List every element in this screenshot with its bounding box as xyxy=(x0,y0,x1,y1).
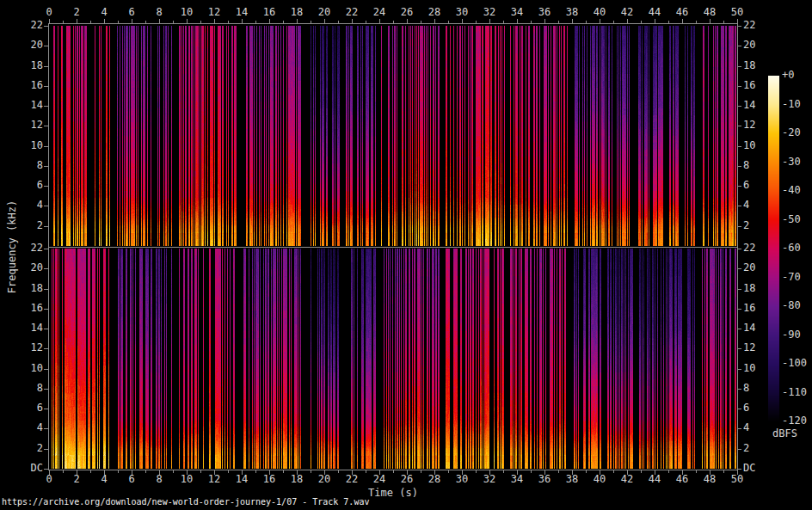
x-axis-tick-label-bottom: 26 xyxy=(394,474,420,485)
freq-tick xyxy=(44,86,48,87)
freq-tick xyxy=(44,26,48,27)
x-axis-minor-tick xyxy=(558,470,559,473)
x-axis-minor-tick xyxy=(421,21,421,23)
x-axis-tick xyxy=(159,470,160,475)
x-axis-tick xyxy=(682,470,683,475)
freq-tick-label-left: 14 xyxy=(17,323,43,334)
freq-tick xyxy=(737,268,741,269)
freq-tick xyxy=(44,226,48,227)
freq-tick-label-left: 12 xyxy=(17,120,43,131)
freq-tick-label-right: 6 xyxy=(743,402,749,414)
frequency-axis-title: Frequency (kHz) xyxy=(6,200,18,293)
channel-divider-line xyxy=(49,247,737,248)
x-axis-minor-tick xyxy=(366,470,366,473)
freq-tick xyxy=(44,186,48,187)
colorbar-tick-label: +0 xyxy=(782,70,794,81)
x-axis-tick-label-bottom: 14 xyxy=(229,474,255,485)
freq-tick-label-left: 4 xyxy=(17,422,43,433)
spectrogram-figure: dBFS Frequency (kHz) Time (s) https://ar… xyxy=(0,0,812,510)
freq-tick xyxy=(44,428,48,429)
x-axis-minor-tick xyxy=(503,21,504,23)
x-axis-tick xyxy=(379,19,380,23)
x-axis-tick xyxy=(379,470,380,475)
x-axis-tick xyxy=(462,19,463,23)
x-axis-tick-label-top: 26 xyxy=(394,7,420,18)
x-axis-minor-tick xyxy=(586,470,587,473)
freq-tick xyxy=(44,309,48,310)
x-axis-tick-label-bottom: 32 xyxy=(477,474,502,485)
x-axis-tick xyxy=(324,19,325,23)
freq-tick xyxy=(737,409,741,409)
x-axis-tick-label-bottom: 18 xyxy=(284,474,310,485)
colorbar-tick-label: -110 xyxy=(782,387,807,398)
x-axis-tick xyxy=(655,470,655,475)
freq-tick-label-left: 8 xyxy=(17,383,43,394)
x-axis-tick-label-bottom: 42 xyxy=(614,474,640,485)
x-axis-tick xyxy=(627,19,628,23)
freq-tick-label-right: 22 xyxy=(743,243,755,254)
x-axis-tick-label-top: 8 xyxy=(146,7,172,18)
x-axis-tick xyxy=(572,470,573,475)
freq-tick-label-right: 6 xyxy=(743,180,749,191)
x-axis-tick xyxy=(242,470,243,475)
x-axis-tick-label-top: 14 xyxy=(229,7,255,18)
freq-tick xyxy=(737,369,741,370)
x-axis-tick-label-top: 46 xyxy=(669,7,695,18)
x-axis-minor-tick xyxy=(723,470,724,473)
x-axis-tick xyxy=(104,19,105,23)
x-axis-minor-tick xyxy=(283,470,284,473)
x-axis-tick xyxy=(214,19,215,23)
x-axis-minor-tick xyxy=(696,21,697,23)
x-axis-tick-label-top: 48 xyxy=(697,7,723,18)
freq-tick xyxy=(44,126,48,126)
x-axis-tick-label-bottom: 0 xyxy=(36,474,62,485)
x-axis-tick-label-top: 38 xyxy=(559,7,585,18)
colorbar-tick-label: -100 xyxy=(782,358,807,369)
x-axis-tick-label-top: 22 xyxy=(339,7,365,18)
freq-tick-label-left: 14 xyxy=(17,100,43,111)
x-axis-minor-tick xyxy=(255,470,256,473)
freq-tick-label-right: DC xyxy=(743,463,755,474)
freq-tick xyxy=(737,309,741,310)
x-axis-minor-tick xyxy=(448,21,449,23)
x-axis-tick xyxy=(352,19,353,23)
x-axis-tick-label-bottom: 30 xyxy=(449,474,475,485)
x-axis-tick-label-top: 24 xyxy=(366,7,392,18)
x-axis-tick-label-top: 36 xyxy=(532,7,557,18)
freq-tick xyxy=(737,206,741,206)
freq-tick xyxy=(737,126,741,126)
x-axis-tick xyxy=(269,470,270,475)
x-axis-tick-label-top: 32 xyxy=(477,7,502,18)
freq-tick-label-left: 2 xyxy=(17,443,43,454)
x-axis-tick xyxy=(297,470,298,475)
freq-tick-label-left: 6 xyxy=(17,402,43,414)
x-axis-tick-label-bottom: 16 xyxy=(256,474,282,485)
x-axis-minor-tick xyxy=(63,470,64,473)
x-axis-tick xyxy=(572,19,573,23)
x-axis-tick-label-bottom: 34 xyxy=(504,474,530,485)
x-axis-tick xyxy=(187,470,188,475)
x-axis-minor-tick xyxy=(503,470,504,473)
x-axis-minor-tick xyxy=(200,21,201,23)
x-axis-tick xyxy=(297,19,298,23)
freq-tick-label-left: DC xyxy=(17,463,43,474)
x-axis-tick xyxy=(77,19,77,23)
freq-tick xyxy=(737,226,741,227)
freq-tick xyxy=(44,66,48,67)
x-axis-minor-tick xyxy=(448,470,449,473)
freq-tick xyxy=(737,249,741,249)
freq-tick xyxy=(44,348,48,349)
x-axis-tick xyxy=(682,19,683,23)
x-axis-minor-tick xyxy=(531,470,532,473)
x-axis-tick xyxy=(77,470,77,475)
freq-tick-label-left: 8 xyxy=(17,160,43,171)
freq-tick-label-right: 10 xyxy=(743,363,755,374)
freq-tick xyxy=(737,166,741,167)
x-axis-tick xyxy=(710,19,710,23)
x-axis-tick xyxy=(104,470,105,475)
x-axis-tick xyxy=(517,19,518,23)
freq-tick-label-right: 12 xyxy=(743,120,755,131)
x-axis-minor-tick xyxy=(476,21,477,23)
x-axis-minor-tick xyxy=(531,21,532,23)
x-axis-tick-label-bottom: 44 xyxy=(642,474,667,485)
